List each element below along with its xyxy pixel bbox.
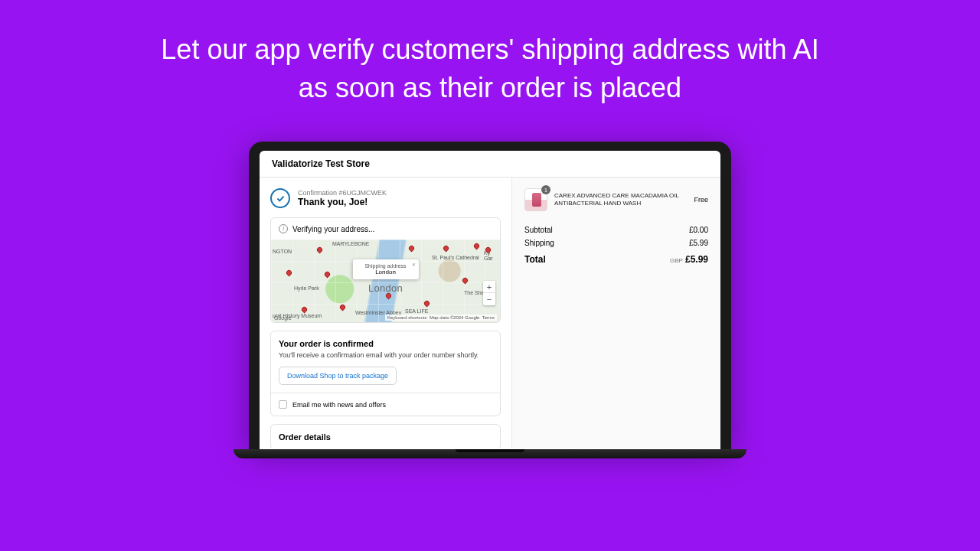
order-status-panel: Confirmation #6UGJMCWEK Thank you, Joe! … [260, 178, 512, 448]
map-city-label: London [368, 282, 403, 294]
confirmed-card: Your order is confirmed You'll receive a… [270, 331, 501, 416]
total-label: Total [524, 254, 546, 265]
total-value: £5.99 [685, 254, 708, 265]
order-details-heading: Order details [271, 425, 500, 448]
verify-card: Verifying your address... MARYLEBONE Hyd… [270, 217, 501, 323]
product-name: CAREX ADVANCED CARE MACADAMIA OIL ANTIBA… [554, 192, 687, 208]
laptop-mockup: Validatorize Test Store Confirmation #6U… [249, 142, 731, 458]
map-attribution: Keyboard shortcuts Map data ©2024 Google… [385, 315, 497, 321]
qty-badge: 1 [541, 185, 550, 194]
currency-label: GBP [670, 257, 683, 264]
checkout-screen: Validatorize Test Store Confirmation #6U… [260, 151, 720, 449]
email-news-checkbox[interactable] [279, 400, 287, 409]
map-popup: × Shipping address London [352, 259, 418, 279]
confirmed-heading: Your order is confirmed [279, 339, 492, 348]
map-area-ngton: NGTON [273, 249, 292, 254]
shipping-label: Shipping [524, 239, 554, 247]
verifying-text: Verifying your address... [292, 225, 374, 233]
zoom-in-button[interactable]: + [483, 281, 495, 293]
shipping-value: £5.99 [689, 239, 708, 247]
map-area-hyde-park: Hyde Park [294, 285, 319, 291]
info-icon [279, 224, 288, 233]
cart-line-item: 1 CAREX ADVANCED CARE MACADAMIA OIL ANTI… [524, 188, 708, 211]
product-thumbnail: 1 [524, 188, 547, 211]
map-area-sealife: SEA LIFE [405, 308, 428, 314]
map-zoom-controls: + − [483, 281, 495, 305]
map-area-st-pauls: St. Paul's Cathedral [432, 255, 479, 260]
map-widget[interactable]: MARYLEBONE Hyde Park St. Paul's Cathedra… [271, 240, 500, 322]
cart-summary-panel: 1 CAREX ADVANCED CARE MACADAMIA OIL ANTI… [512, 178, 720, 448]
popup-title: Shipping address [364, 263, 406, 269]
marketing-headline: Let our app verify customers' shipping a… [145, 0, 835, 108]
order-details-card: Order details [270, 424, 501, 448]
google-logo: Google [274, 315, 292, 321]
confirmed-desc: You'll receive a confirmation email with… [279, 351, 492, 359]
subtotal-value: £0.00 [689, 226, 708, 234]
download-shop-button[interactable]: Download Shop to track package [279, 367, 397, 385]
checkmark-icon [270, 188, 290, 208]
map-area-marylebone: MARYLEBONE [332, 241, 370, 246]
store-name: Validatorize Test Store [260, 151, 720, 178]
popup-city: London [364, 269, 406, 276]
thank-you-text: Thank you, Joe! [298, 197, 387, 207]
zoom-out-button[interactable]: − [483, 293, 495, 305]
laptop-base [234, 449, 746, 458]
subtotal-label: Subtotal [524, 226, 553, 234]
close-icon[interactable]: × [412, 261, 416, 268]
confirmation-ref: Confirmation #6UGJMCWEK [298, 189, 387, 197]
email-news-label: Email me with news and offers [292, 401, 386, 409]
product-price: Free [694, 196, 708, 204]
